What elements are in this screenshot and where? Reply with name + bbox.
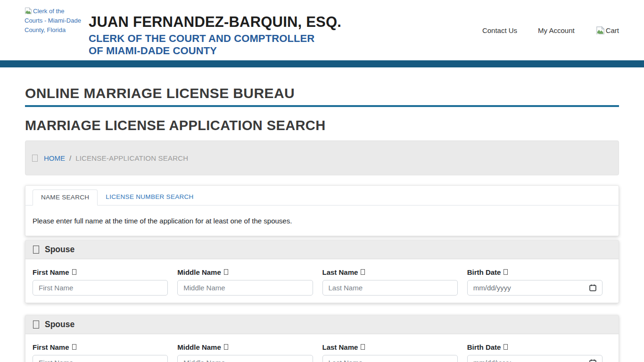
spouse-1-title: Spouse: [45, 245, 74, 255]
home-icon: [32, 155, 38, 162]
spouse-2-last-name-input[interactable]: [322, 355, 458, 362]
info-icon: [72, 269, 76, 275]
info-icon: [224, 269, 228, 275]
site-title: JUAN FERNANDEZ-BARQUIN, ESQ.: [89, 15, 341, 30]
my-account-link[interactable]: My Account: [538, 26, 575, 34]
spouse-1-first-name-input[interactable]: [33, 280, 168, 296]
spouse-2-header: Spouse: [25, 315, 619, 334]
site-header: Clerk of the Courts - Miami-Dade County,…: [0, 0, 644, 60]
cart-broken-image-icon: [595, 26, 605, 35]
calendar-icon[interactable]: [589, 284, 596, 291]
spouse-1-birth-date-input[interactable]: mm/dd/yyyy: [467, 280, 603, 296]
date-placeholder: mm/dd/yyyy: [473, 359, 511, 362]
birth-date-label: Birth Date: [467, 343, 603, 351]
first-name-label: First Name: [33, 343, 168, 351]
breadcrumb: HOME / LICENSE-APPLICATION SEARCH: [25, 140, 619, 175]
spouse-1-birth-date-field: Birth Date mm/dd/yyyy: [467, 268, 603, 296]
spouse-2-fields: First Name Middle Name Last Name Birth D…: [25, 334, 619, 362]
page-title: ONLINE MARRIAGE LICENSE BUREAU: [25, 86, 619, 100]
spouse-1-header: Spouse: [25, 240, 619, 259]
cart-alt-text: Cart: [606, 26, 619, 34]
last-name-label: Last Name: [322, 268, 458, 276]
info-icon: [504, 344, 508, 350]
breadcrumb-separator: /: [69, 154, 71, 162]
breadcrumb-current: LICENSE-APPLICATION SEARCH: [75, 154, 188, 162]
spouse-icon: [33, 246, 39, 254]
spouse-1-middle-name-input[interactable]: [177, 280, 313, 296]
broken-image-icon: [25, 7, 32, 15]
cart-link[interactable]: Cart: [595, 26, 619, 35]
section-title: MARRIAGE LICENSE APPLICATION SEARCH: [25, 119, 619, 132]
spouse-2-first-name-input[interactable]: [33, 355, 168, 362]
spouse-2-middle-name-input[interactable]: [177, 355, 313, 362]
header-title-block: JUAN FERNANDEZ-BARQUIN, ESQ. CLERK OF TH…: [89, 15, 341, 57]
breadcrumb-home-link[interactable]: HOME: [44, 154, 65, 162]
info-icon: [72, 344, 76, 350]
header-nav: Contact Us My Account Cart: [482, 0, 619, 60]
spouse-1-first-name-field: First Name: [33, 268, 168, 296]
date-placeholder: mm/dd/yyyy: [473, 284, 511, 292]
spouse-2-title: Spouse: [45, 320, 74, 329]
spouse-1-middle-name-field: Middle Name: [177, 268, 313, 296]
info-icon: [224, 344, 228, 350]
info-icon: [361, 344, 365, 350]
search-tabs: NAME SEARCH LICENSE NUMBER SEARCH: [25, 186, 619, 206]
top-divider-bar: [0, 60, 644, 67]
middle-name-label: Middle Name: [177, 268, 313, 276]
spouse-icon: [33, 321, 39, 329]
search-instructions: Please enter full name at the time of th…: [25, 206, 619, 236]
contact-us-link[interactable]: Contact Us: [482, 26, 517, 34]
logo-link[interactable]: Clerk of the Courts - Miami-Dade County,…: [25, 7, 82, 35]
first-name-label: First Name: [33, 268, 168, 276]
spouse-2-first-name-field: First Name: [33, 343, 168, 362]
last-name-label: Last Name: [322, 343, 458, 351]
spouse-1-fields: First Name Middle Name Last Name Birth D…: [25, 259, 619, 303]
title-rule: [25, 105, 619, 107]
spouse-1-last-name-field: Last Name: [322, 268, 458, 296]
main-container: ONLINE MARRIAGE LICENSE BUREAU MARRIAGE …: [25, 86, 619, 362]
spouse-section-1: Spouse First Name Middle Name Last Name …: [25, 240, 619, 303]
logo-alt-text: Clerk of the Courts - Miami-Dade County,…: [25, 8, 81, 33]
info-icon: [361, 269, 365, 275]
spouse-2-birth-date-input[interactable]: mm/dd/yyyy: [467, 355, 603, 362]
spouse-2-last-name-field: Last Name: [322, 343, 458, 362]
info-icon: [504, 269, 508, 275]
birth-date-label: Birth Date: [467, 268, 603, 276]
spouse-2-middle-name-field: Middle Name: [177, 343, 313, 362]
site-subtitle: CLERK OF THE COURT AND COMPTROLLER OF MI…: [89, 33, 341, 58]
site-subtitle-line2: OF MIAMI-DADE COUNTY: [89, 45, 341, 57]
calendar-icon[interactable]: [589, 359, 596, 362]
tab-license-number-search[interactable]: LICENSE NUMBER SEARCH: [98, 189, 201, 205]
spouse-section-2: Spouse First Name Middle Name Last Name …: [25, 315, 619, 362]
search-panel-card: NAME SEARCH LICENSE NUMBER SEARCH Please…: [25, 185, 619, 236]
tab-name-search[interactable]: NAME SEARCH: [33, 189, 98, 206]
site-subtitle-line1: CLERK OF THE COURT AND COMPTROLLER: [89, 33, 341, 45]
spouse-1-last-name-input[interactable]: [322, 280, 458, 296]
middle-name-label: Middle Name: [177, 343, 313, 351]
spouse-2-birth-date-field: Birth Date mm/dd/yyyy: [467, 343, 603, 362]
